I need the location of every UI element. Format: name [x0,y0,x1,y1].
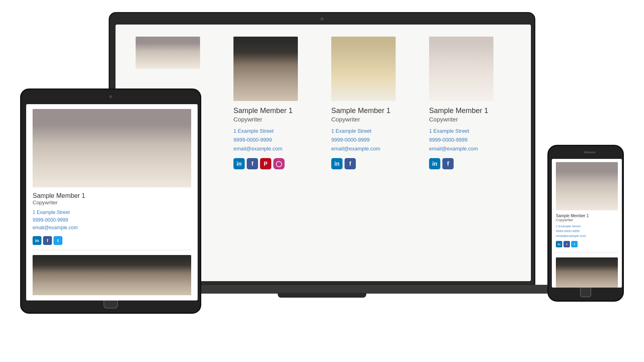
tablet-camera [109,95,112,98]
facebook-icon-3[interactable]: f [345,158,356,169]
phone-home-button[interactable] [580,286,591,297]
member-email-3[interactable]: email@example.com [331,144,413,153]
member-street-4[interactable]: 1 Example Street [429,127,511,136]
member-title-3: Copywriter [331,116,413,123]
laptop-member-card-2: Sample Member 1 Copywriter 1 Example Str… [225,33,323,273]
tablet-screen: Sample Member 1 Copywriter 1 Example Str… [26,104,198,300]
tablet-member-phone[interactable]: 9999-0000-9999 [33,216,191,224]
linkedin-icon-3[interactable]: in [331,158,343,169]
member-email-4[interactable]: email@example.com [429,144,511,153]
phone-member-phone[interactable]: 9999-0000-9999 [556,229,618,234]
laptop-member-card-4: Sample Member 1 Copywriter 1 Example Str… [421,33,519,273]
member-address-2: 1 Example Street 9999-0000-9999 email@ex… [233,127,315,153]
tablet-divider [33,250,191,250]
member-social-icons-4: in f [429,158,511,169]
phone-portrait-woman [556,162,618,210]
facebook-icon-4[interactable]: f [442,158,454,169]
phone-screen-content: Sample Member 1 Copywriter 1 Example Str… [552,159,622,288]
member-address-3: 1 Example Street 9999-0000-9999 email@ex… [331,127,413,153]
phone-screen: Sample Member 1 Copywriter 1 Example Str… [552,159,622,288]
pinterest-icon-2[interactable]: P [260,158,271,169]
linkedin-icon-4[interactable]: in [429,158,440,169]
phone-portrait-man [556,257,618,288]
member-address-4: 1 Example Street 9999-0000-9999 email@ex… [429,127,511,153]
member-photo-3 [331,37,396,101]
member-name-3: Sample Member 1 [331,107,413,115]
laptop-camera [320,17,324,21]
member-street-2[interactable]: 1 Example Street [233,127,315,136]
member-portrait-man2-1 [429,37,493,101]
phone-social-icons: in f t [556,241,618,247]
tablet-facebook-icon[interactable]: f [43,236,52,245]
phone-member-name: Sample Member 1 [556,214,618,218]
member-photo-2 [233,37,298,101]
phone-speaker [584,152,596,153]
member-phone-2[interactable]: 9999-0000-9999 [233,136,315,144]
member-phone-3[interactable]: 9999-0000-9999 [331,136,413,144]
member-name-2: Sample Member 1 [233,107,315,115]
linkedin-icon-2[interactable]: in [233,158,245,169]
tablet-member-email[interactable]: email@example.com [33,224,191,232]
tablet-social-icons: in f t [33,236,191,245]
phone-divider [556,252,618,253]
member-street-3[interactable]: 1 Example Street [331,127,413,136]
member-social-icons-3: in f [331,158,413,169]
phone-member-title: Copywriter [556,218,618,222]
member-portrait-woman-1 [136,37,200,69]
member-name-4: Sample Member 1 [429,107,511,115]
phone-facebook-icon[interactable]: f [564,241,570,247]
tablet-member-name: Sample Member 1 [33,192,191,200]
facebook-icon-2[interactable]: f [247,158,258,169]
tablet-member-photo2 [33,255,191,295]
phone-member-address: 1 Example Street 9999-0000-9999 email@ex… [556,224,618,239]
tablet-portrait-man [33,255,191,295]
member-photo-4 [429,37,493,101]
tablet-linkedin-icon[interactable]: in [33,236,41,245]
phone-linkedin-icon[interactable]: in [556,241,562,247]
member-portrait-woman2-1 [331,37,396,101]
phone-frame: Sample Member 1 Copywriter 1 Example Str… [547,145,624,302]
member-portrait-man-1 [233,37,298,101]
laptop-member-card-3: Sample Member 1 Copywriter 1 Example Str… [323,33,421,273]
member-email-2[interactable]: email@example.com [233,144,315,153]
member-phone-4[interactable]: 9999-0000-9999 [429,136,511,144]
instagram-icon-2[interactable]: ◯ [273,158,285,169]
tablet-portrait-woman [33,109,191,187]
tablet-member-address: 1 Example Street 9999-0000-9999 email@ex… [33,209,191,232]
phone-member-photo [556,162,618,210]
tablet-frame: Sample Member 1 Copywriter 1 Example Str… [20,88,201,314]
member-photo-partial-1 [136,37,200,69]
phone-device: Sample Member 1 Copywriter 1 Example Str… [547,145,624,302]
laptop-foot [278,293,366,298]
member-title-2: Copywriter [233,116,315,123]
phone-twitter-icon[interactable]: t [571,241,578,247]
phone-member-email[interactable]: email@example.com [556,234,618,239]
member-social-icons-2: in f P ◯ [233,158,315,169]
tablet-member-street[interactable]: 1 Example Street [33,209,191,216]
tablet-member-photo [33,109,191,187]
phone-member-street[interactable]: 1 Example Street [556,224,618,229]
member-title-4: Copywriter [429,116,511,123]
tablet-screen-content: Sample Member 1 Copywriter 1 Example Str… [26,104,198,300]
tablet-member-title: Copywriter [33,200,191,206]
tablet-device: Sample Member 1 Copywriter 1 Example Str… [20,88,201,314]
tablet-twitter-icon[interactable]: t [54,236,62,245]
phone-member-photo2 [556,257,618,288]
